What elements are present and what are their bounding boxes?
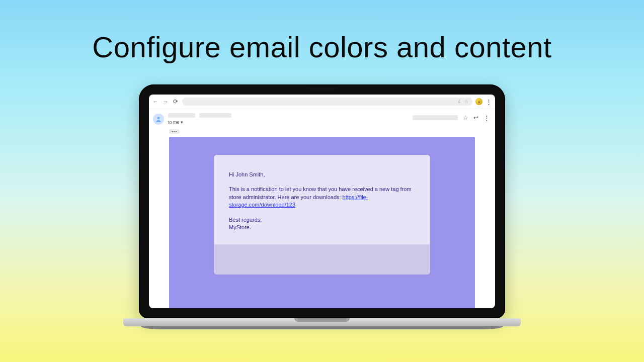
laptop-screen: ← → ⟳ ⇩ ☆ i ⋮ <box>149 95 495 308</box>
recipient-line[interactable]: to me ▾ <box>168 120 231 125</box>
browser-toolbar: ← → ⟳ ⇩ ☆ i ⋮ <box>149 95 495 109</box>
laptop-hinge-notch <box>294 318 350 322</box>
bookmark-outline-icon[interactable]: ☆ <box>464 99 468 104</box>
email-signoff: Best regards, MyStore. <box>229 216 415 232</box>
back-button[interactable]: ← <box>152 99 159 105</box>
laptop-base-bottom <box>141 326 503 329</box>
expand-quoted-button[interactable]: ••• <box>169 129 180 134</box>
email-content-card: Hi John Smith, This is a notification to… <box>214 155 430 275</box>
browser-menu-button[interactable]: ⋮ <box>486 99 492 105</box>
chevron-down-icon: ▾ <box>181 120 183 125</box>
email-body: This is a notification to let you know t… <box>229 186 415 209</box>
person-icon <box>155 116 162 123</box>
sender-avatar[interactable] <box>153 114 164 125</box>
laptop-bezel: ← → ⟳ ⇩ ☆ i ⋮ <box>139 84 505 318</box>
signoff-line-1: Best regards, <box>229 217 262 223</box>
profile-avatar[interactable]: i <box>475 98 482 105</box>
email-greeting: Hi John Smith, <box>229 171 415 178</box>
forward-button[interactable]: → <box>162 99 169 105</box>
sender-info: to me ▾ <box>168 113 231 125</box>
sender-email-placeholder <box>199 113 231 118</box>
address-bar[interactable]: ⇩ ☆ <box>182 98 472 106</box>
promo-background: Configure email colors and content ← → ⟳… <box>0 0 644 362</box>
share-icon[interactable]: ⇩ <box>457 99 461 104</box>
star-button[interactable]: ☆ <box>463 114 468 121</box>
laptop-mockup: ← → ⟳ ⇩ ☆ i ⋮ <box>139 84 505 329</box>
email-header: to me ▾ ☆ ↩ ⋮ <box>149 109 495 126</box>
email-card-footer <box>214 244 430 275</box>
email-body-background: Hi John Smith, This is a notification to… <box>169 137 475 308</box>
to-me-label: to me <box>168 120 180 125</box>
reply-button[interactable]: ↩ <box>473 114 478 121</box>
email-body-text: This is a notification to let you know t… <box>229 186 412 200</box>
svg-point-0 <box>157 117 160 119</box>
email-more-button[interactable]: ⋮ <box>484 115 490 121</box>
sender-name-placeholder <box>168 113 195 118</box>
email-content: Hi John Smith, This is a notification to… <box>214 155 430 244</box>
profile-letter: i <box>478 100 479 104</box>
email-header-actions: ☆ ↩ ⋮ <box>413 114 490 121</box>
page-headline: Configure email colors and content <box>0 30 644 64</box>
date-placeholder <box>413 115 458 120</box>
reload-button[interactable]: ⟳ <box>172 98 179 105</box>
laptop-camera-notch <box>307 88 337 91</box>
laptop-base-top <box>123 318 521 326</box>
signoff-line-2: MyStore. <box>229 224 251 230</box>
